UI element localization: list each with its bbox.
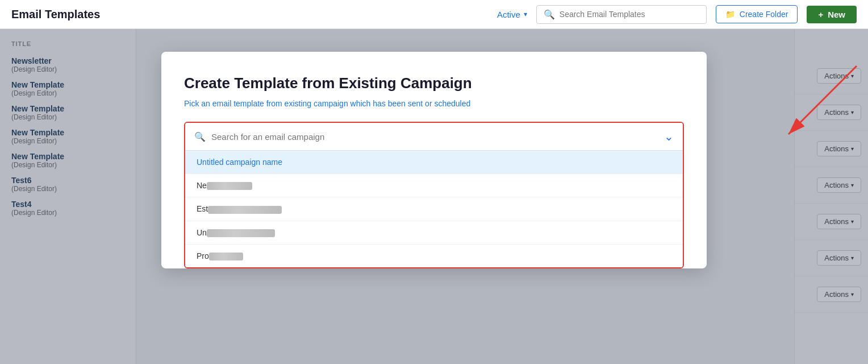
blurred-text bbox=[208, 206, 282, 214]
filter-label: Active bbox=[497, 10, 520, 19]
campaign-name-prefix: Est bbox=[197, 204, 208, 213]
campaign-search-input[interactable] bbox=[211, 132, 658, 142]
modal-dialog: Create Template from Existing Campaign P… bbox=[161, 52, 707, 268]
new-button[interactable]: + New bbox=[807, 6, 857, 23]
campaign-name-prefix: Ne bbox=[197, 181, 207, 190]
folder-icon: 📁 bbox=[725, 10, 735, 19]
campaign-name-prefix: Pro bbox=[197, 251, 209, 260]
dropdown-item-selected[interactable]: Untitled campaign name bbox=[185, 151, 683, 174]
create-folder-button[interactable]: 📁 Create Folder bbox=[716, 5, 798, 23]
search-input[interactable] bbox=[560, 10, 699, 19]
create-folder-label: Create Folder bbox=[740, 10, 788, 19]
arrow-annotation bbox=[686, 60, 868, 174]
dropdown-item[interactable]: Pro bbox=[185, 245, 683, 267]
new-button-label: New bbox=[828, 10, 845, 19]
search-bar: 🔍 bbox=[536, 5, 707, 24]
blurred-text bbox=[207, 229, 275, 237]
page-title: Email Templates bbox=[11, 8, 100, 21]
dropdown-item[interactable]: Est bbox=[185, 197, 683, 221]
dropdown-item[interactable]: Ne bbox=[185, 174, 683, 197]
filter-dropdown[interactable]: Active ▾ bbox=[497, 10, 527, 19]
search-icon: 🔍 bbox=[544, 9, 555, 20]
campaign-name-selected: Untitled campaign name bbox=[197, 158, 282, 167]
plus-icon: + bbox=[818, 10, 823, 19]
blurred-text bbox=[207, 182, 252, 190]
chevron-down-icon[interactable]: ⌄ bbox=[664, 130, 674, 143]
modal-backdrop[interactable]: Create Template from Existing Campaign P… bbox=[0, 29, 868, 364]
modal-subtitle: Pick an email template from existing cam… bbox=[184, 99, 684, 108]
filter-chevron-icon: ▾ bbox=[524, 10, 527, 18]
campaign-dropdown-list: Untitled campaign name Ne Est Un bbox=[185, 151, 683, 267]
search-icon: 🔍 bbox=[194, 131, 206, 142]
campaign-search-field: 🔍 ⌄ bbox=[185, 123, 683, 151]
dropdown-item[interactable]: Un bbox=[185, 221, 683, 245]
campaign-search-container: 🔍 ⌄ Untitled campaign name Ne bbox=[184, 122, 684, 268]
modal-title: Create Template from Existing Campaign bbox=[184, 75, 684, 92]
blurred-text bbox=[209, 253, 243, 260]
header: Email Templates Active ▾ 🔍 📁 Create Fold… bbox=[0, 0, 868, 29]
campaign-name-prefix: Un bbox=[197, 228, 207, 237]
main-area: TITLE Newsletter (Design Editor) New Tem… bbox=[0, 29, 868, 364]
